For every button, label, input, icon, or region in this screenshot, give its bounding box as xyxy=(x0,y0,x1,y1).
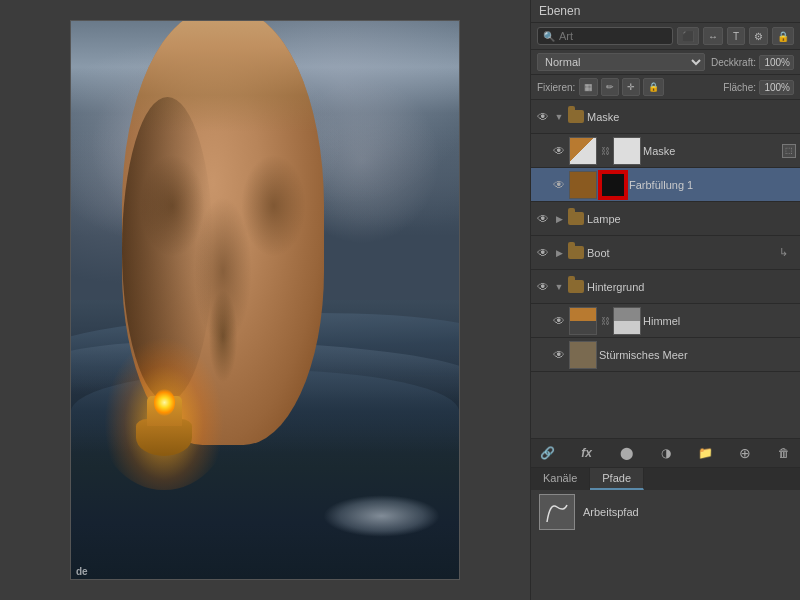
eye-icon[interactable]: 👁 xyxy=(551,347,567,363)
filter-icon-2: ↔ xyxy=(708,31,718,42)
layer-mask-thumbnail xyxy=(613,307,641,335)
eye-icon[interactable]: 👁 xyxy=(551,313,567,329)
folder-icon xyxy=(567,108,585,126)
lock-icons: ▦ ✏ ✛ 🔒 xyxy=(579,78,664,96)
path-thumbnail xyxy=(539,494,575,530)
layer-filter-btn-5[interactable]: 🔒 xyxy=(772,27,794,45)
layers-panel: Ebenen 🔍 ⬛ ↔ T ⚙ xyxy=(531,0,800,467)
path-name: Arbeitspfad xyxy=(583,506,639,518)
layer-name: Lampe xyxy=(587,213,796,225)
layer-row[interactable]: 👁 Farbfüllung 1 xyxy=(531,168,800,202)
filter-icon-5: 🔒 xyxy=(777,31,789,42)
eye-icon[interactable]: 👁 xyxy=(535,245,551,261)
canvas-container: de xyxy=(70,20,460,580)
layer-row[interactable]: 👁 ▶ Lampe xyxy=(531,202,800,236)
eye-icon[interactable]: 👁 xyxy=(551,143,567,159)
fixieren-label: Fixieren: xyxy=(537,82,575,93)
expand-icon[interactable]: ▶ xyxy=(553,245,565,261)
chain-icon: ⛓ xyxy=(599,313,611,329)
mask-btn[interactable]: ⬤ xyxy=(616,443,636,463)
layer-thumbnail xyxy=(569,341,597,369)
eye-icon[interactable]: 👁 xyxy=(535,109,551,125)
canvas-area: de xyxy=(0,0,530,600)
lock-brush-btn[interactable]: ✏ xyxy=(601,78,619,96)
layers-list: 👁 ▼ Maske 👁 ⛓ M xyxy=(531,100,800,438)
layer-row[interactable]: 👁 ⛓ Himmel xyxy=(531,304,800,338)
blend-mode-select[interactable]: Normal Multiplizieren Bildschirm Überlag… xyxy=(537,53,705,71)
layer-mask-thumbnail xyxy=(613,137,641,165)
expand-icon[interactable]: ▼ xyxy=(553,109,565,125)
lock-move-btn[interactable]: ✛ xyxy=(622,78,640,96)
panels-area: Ebenen 🔍 ⬛ ↔ T ⚙ xyxy=(530,0,800,600)
layer-name: Boot xyxy=(587,247,777,259)
layer-controls-row-1: 🔍 ⬛ ↔ T ⚙ 🔒 xyxy=(531,23,800,50)
fx-btn[interactable]: fx xyxy=(577,443,597,463)
layer-row[interactable]: 👁 ⛓ Maske ⬚ xyxy=(531,134,800,168)
paths-panel: Arbeitspfad xyxy=(531,490,800,600)
layer-thumbnail xyxy=(569,307,597,335)
layer-row[interactable]: 👁 ▶ Boot ↳ xyxy=(531,236,800,270)
layer-name: Maske xyxy=(587,111,796,123)
opacity-control: Deckkraft: 100% xyxy=(711,55,794,70)
tab-kanale[interactable]: Kanäle xyxy=(531,468,590,490)
panel-bottom-toolbar: 🔗 fx ⬤ ◑ 📁 ⊕ 🗑 xyxy=(531,438,800,467)
layer-row[interactable]: 👁 Stürmisches Meer xyxy=(531,338,800,372)
search-input[interactable] xyxy=(559,30,667,42)
tab-pfade[interactable]: Pfade xyxy=(590,468,644,490)
layer-row[interactable]: 👁 ▼ Hintergrund xyxy=(531,270,800,304)
layer-filter-btn-3[interactable]: T xyxy=(727,27,745,45)
new-layer-btn[interactable]: ⊕ xyxy=(735,443,755,463)
layer-controls-row-2: Normal Multiplizieren Bildschirm Überlag… xyxy=(531,50,800,75)
adjustment-btn[interactable]: ◑ xyxy=(656,443,676,463)
panel-header: Ebenen xyxy=(531,0,800,23)
opacity-value[interactable]: 100% xyxy=(759,55,794,70)
opacity-label: Deckkraft: xyxy=(711,57,756,68)
path-preview-svg xyxy=(542,497,572,527)
lock-icon: 🔒 xyxy=(648,82,659,92)
layer-controls-row-3: Fixieren: ▦ ✏ ✛ 🔒 Fläche: xyxy=(531,75,800,100)
layer-thumbnail xyxy=(569,171,597,199)
brush-icon: ✏ xyxy=(606,82,614,92)
layer-name: Himmel xyxy=(643,315,796,327)
flache-value[interactable]: 100% xyxy=(759,80,794,95)
boat-container xyxy=(129,389,199,456)
scene: de xyxy=(71,21,459,579)
layer-mask-thumbnail xyxy=(599,171,627,199)
layer-row[interactable]: 👁 ▼ Maske xyxy=(531,100,800,134)
path-row[interactable]: Arbeitspfad xyxy=(531,490,800,534)
eye-icon[interactable]: 👁 xyxy=(535,279,551,295)
flache-control: Fläche: 100% xyxy=(723,80,794,95)
filter-icon-3: T xyxy=(733,31,739,42)
watermark: de xyxy=(76,566,88,577)
search-box[interactable]: 🔍 xyxy=(537,27,673,45)
layer-name: Farbfüllung 1 xyxy=(629,179,796,191)
layer-filter-btn-1[interactable]: ⬛ xyxy=(677,27,699,45)
folder-icon xyxy=(567,244,585,262)
eye-icon[interactable]: 👁 xyxy=(535,211,551,227)
new-group-btn[interactable]: 📁 xyxy=(695,443,715,463)
filter-icon-4: ⚙ xyxy=(754,31,763,42)
layer-filter-btn-4[interactable]: ⚙ xyxy=(749,27,768,45)
layer-thumbnail xyxy=(569,137,597,165)
layer-name: Stürmisches Meer xyxy=(599,349,796,361)
checkerboard-icon: ▦ xyxy=(584,82,593,92)
lock-all-btn[interactable]: 🔒 xyxy=(643,78,664,96)
layer-name: Maske xyxy=(643,145,780,157)
search-icon: 🔍 xyxy=(543,31,555,42)
layer-filter-btn-2[interactable]: ↔ xyxy=(703,27,723,45)
panel-title: Ebenen xyxy=(539,4,580,18)
eye-icon[interactable]: 👁 xyxy=(551,177,567,193)
filter-icon-1: ⬛ xyxy=(682,31,694,42)
folder-icon xyxy=(567,278,585,296)
flache-label: Fläche: xyxy=(723,82,756,93)
lock-transparent-btn[interactable]: ▦ xyxy=(579,78,598,96)
bottom-tabs: Kanäle Pfade xyxy=(531,467,800,490)
boat-light xyxy=(154,389,175,416)
layer-extra-btn[interactable]: ⬚ xyxy=(782,144,796,158)
expand-icon[interactable]: ▼ xyxy=(553,279,565,295)
cursor-indicator: ↳ xyxy=(779,246,788,259)
expand-icon[interactable]: ▶ xyxy=(553,211,565,227)
wave-foam xyxy=(323,495,439,537)
link-layers-btn[interactable]: 🔗 xyxy=(537,443,557,463)
delete-layer-btn[interactable]: 🗑 xyxy=(774,443,794,463)
